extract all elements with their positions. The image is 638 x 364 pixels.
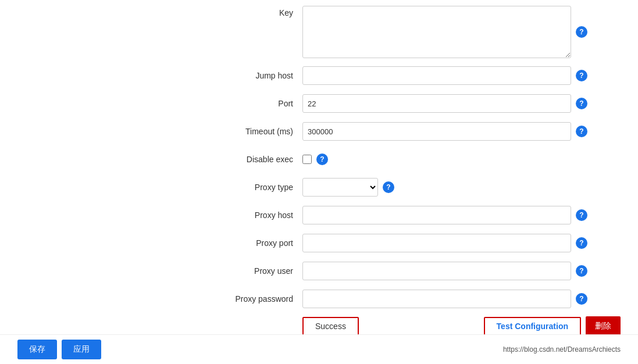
footer-url: https://blog.csdn.net/DreamsArchiects xyxy=(503,345,621,354)
proxy-password-label: Proxy password xyxy=(215,294,302,304)
jump-host-label: Jump host xyxy=(215,71,302,80)
proxy-type-select[interactable]: HTTP SOCKS5 xyxy=(302,178,378,197)
proxy-password-input-wrap: ? xyxy=(302,290,587,308)
jump-host-row: Jump host ? xyxy=(215,65,621,86)
test-config-button[interactable]: Test Configuration xyxy=(484,317,581,334)
proxy-port-help-icon[interactable]: ? xyxy=(576,237,587,249)
proxy-type-help-icon[interactable]: ? xyxy=(383,181,394,193)
port-input[interactable] xyxy=(302,94,571,113)
disable-exec-checkbox[interactable] xyxy=(302,155,312,164)
footer: 保存 应用 https://blog.csdn.net/DreamsArchie… xyxy=(0,334,638,364)
footer-left: 保存 应用 xyxy=(17,340,101,359)
proxy-type-row: Proxy type HTTP SOCKS5 ? xyxy=(215,177,621,198)
proxy-user-label: Proxy user xyxy=(215,266,302,276)
disable-exec-input-wrap: ? xyxy=(302,154,587,165)
proxy-port-label: Proxy port xyxy=(215,238,302,248)
disable-exec-label: Disable exec xyxy=(215,155,302,164)
proxy-host-input[interactable] xyxy=(302,206,571,224)
jump-host-input-wrap: ? xyxy=(302,66,587,85)
jump-host-input[interactable] xyxy=(302,66,571,85)
disable-exec-help-icon[interactable]: ? xyxy=(316,154,328,165)
proxy-host-help-icon[interactable]: ? xyxy=(576,209,587,221)
proxy-port-input-wrap: ? xyxy=(302,234,587,252)
proxy-password-help-icon[interactable]: ? xyxy=(576,293,587,305)
success-button[interactable]: Success xyxy=(302,317,359,334)
proxy-host-row: Proxy host ? xyxy=(215,205,621,226)
proxy-port-row: Proxy port ? xyxy=(215,233,621,254)
proxy-password-row: Proxy password ? xyxy=(215,288,621,309)
disable-exec-row: Disable exec ? xyxy=(215,149,621,170)
proxy-host-input-wrap: ? xyxy=(302,206,587,224)
delete-button[interactable]: 删除 xyxy=(586,316,621,334)
timeout-row: Timeout (ms) ? xyxy=(215,121,621,142)
timeout-help-icon[interactable]: ? xyxy=(576,126,587,137)
apply-button[interactable]: 应用 xyxy=(62,340,101,359)
proxy-user-input[interactable] xyxy=(302,262,571,280)
key-row: Key ? xyxy=(215,6,621,58)
port-label: Port xyxy=(215,99,302,108)
jump-host-help-icon[interactable]: ? xyxy=(576,70,587,81)
main-content: Key ? Jump host ? Port ? xyxy=(0,0,638,334)
proxy-port-input[interactable] xyxy=(302,234,571,252)
page-wrapper: Key ? Jump host ? Port ? xyxy=(0,0,638,364)
proxy-type-input-wrap: HTTP SOCKS5 ? xyxy=(302,178,587,197)
timeout-label: Timeout (ms) xyxy=(215,127,302,136)
key-label: Key xyxy=(215,6,302,17)
proxy-password-input[interactable] xyxy=(302,290,571,308)
proxy-user-row: Proxy user ? xyxy=(215,260,621,281)
proxy-type-label: Proxy type xyxy=(215,183,302,192)
port-input-wrap: ? xyxy=(302,94,587,113)
action-row: Success Test Configuration 删除 xyxy=(215,316,621,334)
port-help-icon[interactable]: ? xyxy=(576,98,587,109)
port-row: Port ? xyxy=(215,93,621,114)
timeout-input-wrap: ? xyxy=(302,122,587,141)
form-section: Key ? Jump host ? Port ? xyxy=(215,6,621,334)
key-help-icon[interactable]: ? xyxy=(576,26,587,38)
proxy-host-label: Proxy host xyxy=(215,210,302,220)
proxy-user-help-icon[interactable]: ? xyxy=(576,265,587,277)
timeout-input[interactable] xyxy=(302,122,571,141)
proxy-user-input-wrap: ? xyxy=(302,262,587,280)
key-textarea[interactable] xyxy=(302,6,571,58)
save-button[interactable]: 保存 xyxy=(17,340,57,359)
key-input-wrap: ? xyxy=(302,6,587,58)
